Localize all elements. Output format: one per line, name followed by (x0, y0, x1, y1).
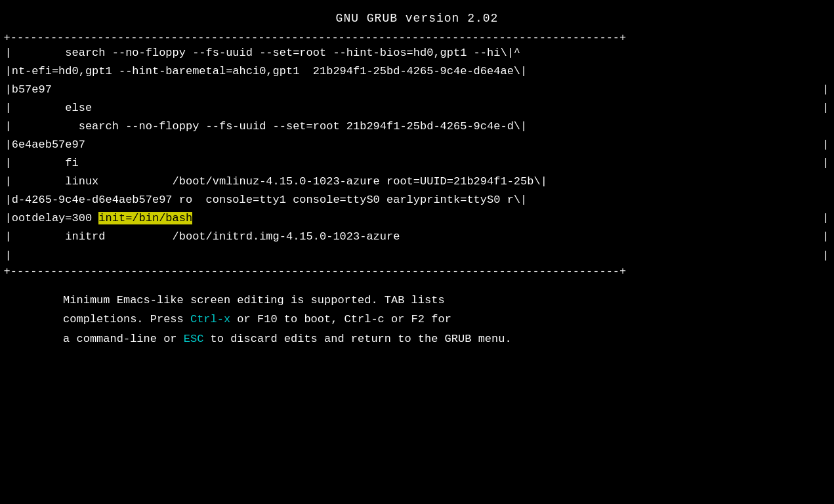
code-line-11: | initrd /boot/initrd.img-4.15.0-1023-az… (4, 228, 831, 246)
line-content: linux /boot/vmlinuz-4.15.0-1023-azure ro… (12, 173, 831, 191)
pipe-right: | (822, 228, 830, 246)
hint-line-2: completions. Press Ctrl-x or F10 to boot… (43, 310, 791, 329)
code-block: | search --no-floppy --fs-uuid --set=roo… (4, 44, 831, 265)
pipe-left: | (4, 117, 12, 136)
box-border-top: +---------------------------------------… (4, 32, 831, 44)
code-line-4: | else | (4, 99, 831, 117)
code-line-12: | | (4, 247, 831, 265)
init-bash-highlight: init=/bin/bash (98, 212, 192, 224)
code-line-5: | search --no-floppy --fs-uuid --set=roo… (4, 117, 831, 136)
hint-line-3: a command-line or ESC to discard edits a… (43, 329, 791, 349)
pipe-left: | (4, 191, 12, 209)
code-line-6: | 6e4aeb57e97 | (4, 136, 831, 154)
line-content: b57e97 (12, 81, 823, 99)
line-content: d-4265-9c4e-d6e4aeb57e97 ro console=tty1… (12, 191, 831, 209)
hint-line-1: Minimum Emacs-like screen editing is sup… (43, 291, 791, 310)
pipe-right: | (822, 81, 830, 99)
line-content: else (12, 99, 823, 117)
code-line-9: | d-4265-9c4e-d6e4aeb57e97 ro console=tt… (4, 191, 831, 209)
code-line-8: | linux /boot/vmlinuz-4.15.0-1023-azure … (4, 173, 831, 191)
line-content: fi (12, 154, 823, 173)
line-content: nt-efi=hd0,gpt1 --hint-baremetal=ahci0,g… (12, 62, 831, 81)
pipe-right: | (822, 136, 830, 154)
line-content (12, 247, 823, 265)
ctrl-x-label: Ctrl-x (190, 313, 230, 326)
pipe-left: | (4, 136, 12, 154)
code-line-1: | search --no-floppy --fs-uuid --set=roo… (4, 44, 831, 62)
pipe-left: | (4, 81, 12, 99)
code-line-7: | fi | (4, 154, 831, 173)
hint-text-block: Minimum Emacs-like screen editing is sup… (4, 278, 831, 349)
grub-title: GNU GRUB version 2.02 (336, 0, 499, 32)
pipe-left: | (4, 44, 12, 62)
box-border-bottom: +---------------------------------------… (4, 265, 831, 278)
pipe-left: | (4, 173, 12, 191)
code-line-10: | ootdelay=300 init=/bin/bash | (4, 209, 831, 228)
esc-label: ESC (184, 333, 204, 345)
code-line-2: | nt-efi=hd0,gpt1 --hint-baremetal=ahci0… (4, 62, 831, 81)
code-line-3: | b57e97 | (4, 81, 831, 99)
line-content: ootdelay=300 init=/bin/bash (12, 209, 823, 228)
pipe-right: | (822, 209, 830, 228)
pipe-right: | (822, 154, 830, 173)
line-content: initrd /boot/initrd.img-4.15.0-1023-azur… (12, 228, 823, 246)
pipe-left: | (4, 228, 12, 246)
pipe-right: | (822, 99, 830, 117)
line-content: search --no-floppy --fs-uuid --set=root … (12, 44, 831, 62)
pipe-left: | (4, 247, 12, 265)
pipe-left: | (4, 209, 12, 228)
pipe-right: | (822, 247, 830, 265)
line-content: 6e4aeb57e97 (12, 136, 823, 154)
line-content: search --no-floppy --fs-uuid --set=root … (12, 117, 831, 136)
pipe-left: | (4, 62, 12, 81)
pipe-left: | (4, 99, 12, 117)
pipe-left: | (4, 154, 12, 173)
